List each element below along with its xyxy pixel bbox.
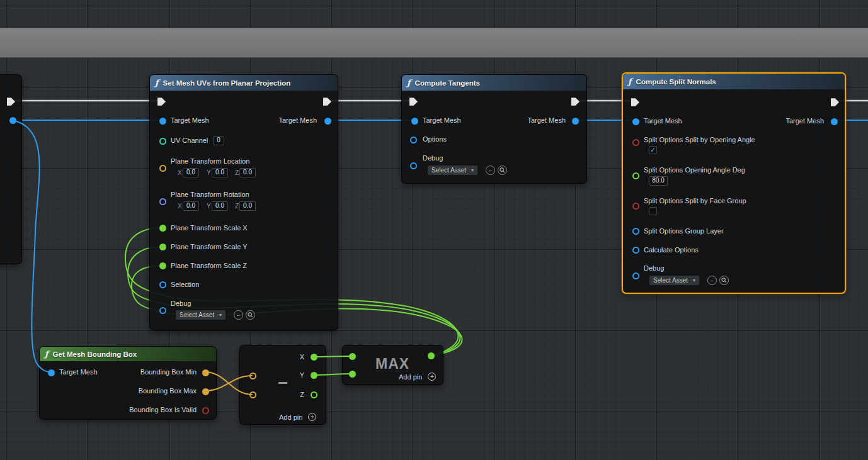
- pin-label: Target Mesh: [644, 117, 682, 125]
- pin-options[interactable]: [410, 137, 417, 143]
- pin-max-input-b[interactable]: [349, 371, 356, 378]
- add-pin-button[interactable]: Add pin +: [399, 373, 436, 381]
- pin-label: Target Mesh: [278, 116, 317, 125]
- exec-in-pin[interactable]: [631, 98, 639, 106]
- location-y-input[interactable]: 0.0: [212, 168, 228, 177]
- use-selected-asset-button[interactable]: ←: [234, 310, 243, 320]
- node-compute-split-normals[interactable]: ƒ Compute Split Normals Target Mesh Targ…: [622, 72, 846, 294]
- location-x-input[interactable]: 0.0: [183, 168, 199, 177]
- node-header[interactable]: ƒ Set Mesh UVs from Planar Projection: [150, 75, 338, 91]
- function-icon: ƒ: [45, 349, 49, 359]
- pin-selection[interactable]: [159, 281, 166, 288]
- arrow-left-icon: ←: [236, 312, 241, 318]
- pin-label: Split Options Split by Face Group: [644, 197, 746, 205]
- use-selected-asset-button[interactable]: ←: [707, 276, 717, 285]
- offscreen-node-left[interactable]: [0, 74, 22, 264]
- node-max[interactable]: MAX Add pin +: [342, 345, 443, 385]
- arrow-left-icon: ←: [709, 278, 715, 283]
- node-header[interactable]: ƒ Compute Split Normals: [623, 74, 845, 89]
- node-set-mesh-uvs-from-planar-projection[interactable]: ƒ Set Mesh UVs from Planar Projection Ta…: [149, 74, 338, 330]
- pin-label: Options: [423, 135, 447, 143]
- node-header[interactable]: ƒ Get Mesh Bounding Box: [40, 347, 216, 361]
- rotation-x-input[interactable]: 0.0: [183, 201, 199, 211]
- split-by-face-group-checkbox[interactable]: [649, 207, 657, 215]
- pin-label: Bounding Box Max: [139, 387, 197, 395]
- pin-label: Target Mesh: [785, 117, 824, 125]
- pin-label: Calculate Options: [644, 246, 699, 254]
- pin-label: Debug: [644, 264, 664, 272]
- browse-asset-button[interactable]: [246, 310, 255, 320]
- pin-group-layer[interactable]: [632, 228, 639, 235]
- select-asset-label: Select Asset: [431, 167, 466, 174]
- pin-target-mesh-out[interactable]: [572, 118, 579, 125]
- exec-in-pin[interactable]: [409, 98, 418, 106]
- rotation-z-input[interactable]: 0.0: [239, 201, 256, 211]
- exec-out-pin[interactable]: [7, 98, 15, 106]
- axis-label-x: X: [178, 203, 182, 210]
- pin-split-by-opening-angle[interactable]: [632, 139, 639, 146]
- pin-opening-angle-deg[interactable]: [632, 172, 639, 179]
- pin-max-output[interactable]: [428, 352, 435, 359]
- pin-label: Debug: [171, 300, 191, 308]
- exec-out-pin[interactable]: [323, 98, 331, 106]
- node-subtract[interactable]: − X Y Z Add pin +: [239, 345, 326, 425]
- pin-label: UV Channel: [171, 137, 208, 145]
- select-asset-dropdown[interactable]: Select Asset ▾: [427, 165, 478, 176]
- pin-bounding-box-is-valid[interactable]: [202, 407, 209, 414]
- pin-plane-transform-scale-y[interactable]: [159, 244, 166, 250]
- pin-label: Plane Transform Scale Y: [171, 243, 247, 251]
- magnifier-icon: [721, 278, 727, 283]
- rotation-y-input[interactable]: 0.0: [212, 201, 228, 211]
- use-selected-asset-button[interactable]: ←: [486, 165, 495, 175]
- pin-target-mesh-in[interactable]: [411, 118, 418, 125]
- exec-out-pin[interactable]: [571, 98, 580, 106]
- pin-out-x[interactable]: [311, 354, 317, 361]
- select-asset-dropdown[interactable]: Select Asset ▾: [649, 275, 700, 286]
- exec-in-pin[interactable]: [157, 98, 166, 106]
- pin-out-z[interactable]: [311, 391, 317, 398]
- pin-max-input-a[interactable]: [349, 353, 356, 360]
- pin-subtract-input-b[interactable]: [249, 391, 256, 398]
- browse-asset-button[interactable]: [498, 165, 507, 175]
- pin-split-by-face-group[interactable]: [632, 203, 639, 210]
- node-compute-tangents[interactable]: ƒ Compute Tangents Target Mesh Target Me…: [401, 74, 587, 184]
- select-asset-dropdown[interactable]: Select Asset ▾: [175, 310, 226, 320]
- pin-debug[interactable]: [632, 272, 639, 279]
- select-asset-label: Select Asset: [180, 311, 214, 318]
- node-title: Compute Split Normals: [636, 78, 716, 86]
- pin-target-mesh-out[interactable]: [9, 117, 16, 124]
- pin-subtract-input-a[interactable]: [249, 373, 256, 379]
- pin-target-mesh-out[interactable]: [831, 118, 838, 125]
- pin-target-mesh-in[interactable]: [159, 118, 166, 125]
- pin-bounding-box-min[interactable]: [202, 369, 209, 376]
- pin-out-y[interactable]: [311, 372, 317, 379]
- opening-angle-input[interactable]: 80.0: [649, 176, 668, 186]
- location-z-input[interactable]: 0.0: [239, 168, 256, 177]
- pin-debug[interactable]: [410, 162, 417, 169]
- pin-target-mesh-out[interactable]: [324, 118, 331, 125]
- pin-calculate-options[interactable]: [632, 247, 639, 254]
- node-title: Compute Tangents: [415, 79, 480, 87]
- node-get-mesh-bounding-box[interactable]: ƒ Get Mesh Bounding Box Target Mesh Boun…: [39, 346, 217, 420]
- node-header[interactable]: ƒ Compute Tangents: [402, 75, 586, 91]
- pin-uv-channel[interactable]: [159, 138, 166, 145]
- pin-bounding-box-max[interactable]: [202, 388, 209, 395]
- toolbar-band: [0, 28, 868, 58]
- exec-out-pin[interactable]: [831, 98, 839, 106]
- pin-debug[interactable]: [159, 307, 166, 314]
- pin-target-mesh-in[interactable]: [632, 118, 639, 125]
- add-pin-button[interactable]: Add pin +: [279, 413, 316, 421]
- pin-plane-transform-scale-x[interactable]: [159, 225, 166, 232]
- pin-plane-transform-scale-z[interactable]: [159, 262, 166, 269]
- blueprint-graph-canvas[interactable]: ƒ Set Mesh UVs from Planar Projection Ta…: [0, 0, 868, 460]
- pin-plane-transform-rotation[interactable]: [159, 198, 166, 205]
- pin-target-mesh-in[interactable]: [48, 369, 55, 376]
- uv-channel-input[interactable]: 0: [213, 136, 224, 145]
- browse-asset-button[interactable]: [719, 276, 729, 285]
- pin-plane-transform-location[interactable]: [159, 165, 166, 172]
- pin-label: Split Options Opening Angle Deg: [644, 166, 745, 174]
- pin-label: Target Mesh: [171, 116, 209, 125]
- split-by-opening-angle-checkbox[interactable]: ✓: [649, 146, 657, 154]
- pin-label: Bounding Box Min: [140, 368, 197, 376]
- dropdown-caret-icon: ▾: [219, 312, 222, 318]
